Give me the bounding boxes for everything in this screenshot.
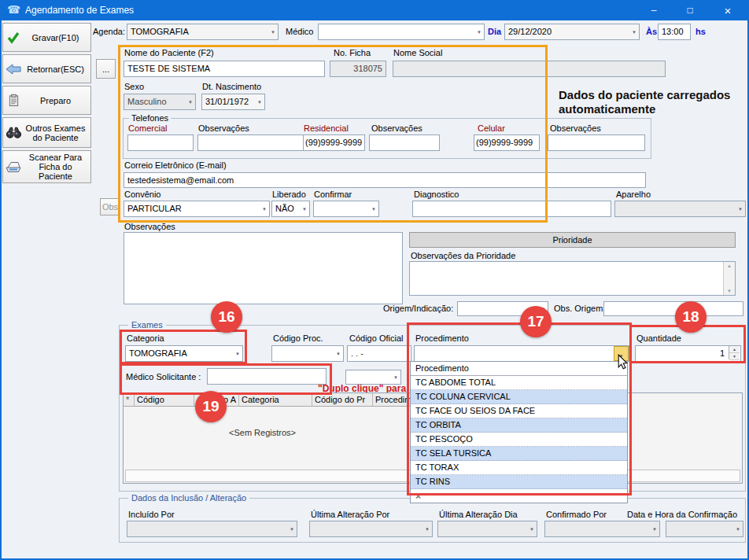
scanear-label: Scanear Para Ficha do Paciente: [24, 153, 90, 181]
sexo-combo[interactable]: Masculino▼: [124, 94, 196, 110]
dropdown-item[interactable]: TC PESCOÇO: [411, 433, 627, 447]
obs-origem-label: Obs. Origem:: [554, 304, 605, 314]
diagnostico-label: Diagnostico: [414, 190, 459, 200]
clipboard-icon: [3, 94, 24, 107]
medico-label: Médico: [286, 27, 313, 37]
email-label: Correio Eletrônico (E-mail): [124, 160, 227, 171]
quantidade-spinner[interactable]: 1: [635, 345, 741, 362]
obs1-field[interactable]: [197, 134, 308, 151]
medico-combo[interactable]: ▼: [318, 24, 485, 40]
comercial-field[interactable]: [127, 134, 194, 151]
convenio-combo[interactable]: PARTICULAR▼: [124, 201, 270, 217]
retornar-button[interactable]: Retornar(ESC): [2, 54, 91, 83]
quantidade-spin-buttons[interactable]: ▲▼: [729, 346, 740, 359]
chevron-down-icon: ▼: [336, 348, 341, 359]
confirmar-combo[interactable]: ▼: [313, 201, 379, 217]
diagnostico-field[interactable]: [412, 201, 611, 217]
email-field[interactable]: testedesistema@email.com: [124, 172, 646, 188]
residencial-field[interactable]: (99)9999-9999: [303, 134, 365, 151]
codigo-proc-combo[interactable]: ▼: [271, 345, 344, 362]
scanner-icon: [3, 161, 24, 173]
celular-field[interactable]: (99)9999-9999: [474, 134, 540, 151]
as-label: Às: [646, 27, 657, 37]
codigo-proc-label: Código Proc.: [273, 333, 323, 344]
aparelho-label: Aparelho: [616, 190, 651, 200]
chevron-down-icon: ▼: [393, 371, 398, 383]
minimize-button[interactable]: –: [636, 0, 672, 20]
close-icon: ×: [725, 4, 732, 17]
agenda-combo[interactable]: TOMOGRAFIA▼: [127, 24, 279, 40]
gravar-label: Gravar(F10): [24, 33, 90, 42]
chevron-down-icon: ▼: [271, 26, 275, 38]
codigo-oficial-field[interactable]: . . -: [347, 345, 411, 362]
scroll-down-icon: ▼: [727, 289, 732, 293]
prioridade-obs-label: Observações da Prioridade: [411, 251, 515, 261]
chevron-down-icon: ▼: [290, 523, 294, 535]
medico-solicitante-field[interactable]: [207, 368, 327, 385]
dropdown-close-icon[interactable]: ×: [415, 491, 421, 502]
obs2-label: Observações: [371, 123, 422, 134]
mouse-cursor: [618, 354, 629, 373]
chevron-down-icon: ▼: [262, 203, 267, 215]
time-field[interactable]: 13:00: [658, 24, 691, 40]
gravar-button[interactable]: Gravar(F10): [2, 23, 91, 52]
procedimento-dropdown-popup: Procedimento TC ABDOME TOTAL TC COLUNA C…: [410, 361, 628, 503]
prioridade-header[interactable]: Prioridade: [409, 232, 736, 248]
badge-18: 18: [675, 301, 707, 333]
check-icon: [3, 31, 24, 44]
confirmado-por-label: Confirmado Por: [546, 510, 607, 520]
dropdown-header: Procedimento: [411, 362, 627, 376]
data-hora-confirmacao-label: Data e Hora da Confirmação: [627, 510, 737, 520]
chevron-down-icon: ▼: [652, 523, 657, 535]
celular-label: Celular: [478, 123, 505, 134]
dropdown-item[interactable]: TC FACE OU SEIOS DA FACE: [411, 404, 627, 418]
procedimento-label: Procedimento: [415, 333, 469, 344]
obs3-field[interactable]: [548, 134, 645, 151]
obs-button[interactable]: Obs: [100, 198, 120, 216]
chevron-down-icon: ▼: [371, 203, 376, 215]
preparo-button[interactable]: Preparo: [2, 86, 91, 115]
dropdown-item[interactable]: TC COLUNA CERVICAL: [411, 390, 627, 404]
telefones-title: Telefones: [129, 113, 171, 123]
app-window: ☎ Agendamento de Exames – □ × Gravar(F10…: [0, 0, 749, 560]
prioridade-scrollbar[interactable]: ▲ ▼: [723, 262, 735, 295]
close-button[interactable]: ×: [708, 0, 747, 20]
annotation-text: Dados do paciente carregados automaticam…: [559, 88, 736, 116]
spin-down-icon: ▼: [729, 353, 740, 360]
prioridade-obs-textarea[interactable]: [409, 261, 736, 296]
dropdown-item[interactable]: TC ORBITA: [411, 418, 627, 433]
ultima-alteracao-por-label: Última Alteração Por: [311, 510, 389, 520]
grid-indicator-header[interactable]: *: [124, 393, 135, 407]
liberado-combo[interactable]: NÃO▼: [271, 201, 310, 217]
residencial-label: Residencial: [304, 123, 349, 134]
procedimento-combo[interactable]: [414, 345, 629, 362]
chevron-down-icon: ▼: [529, 523, 534, 535]
nascimento-combo[interactable]: 31/01/1972▼: [201, 94, 265, 110]
dropdown-item[interactable]: TC ABDOME TOTAL: [411, 376, 627, 390]
dropdown-item[interactable]: TC SELA TURSICA: [411, 447, 627, 461]
dropdown-item[interactable]: TC TORAX: [411, 461, 627, 475]
comercial-label: Comercial: [128, 123, 168, 134]
obs2-field[interactable]: [369, 134, 440, 151]
nome-social-field[interactable]: [393, 61, 666, 77]
confirmado-por-combo: ▼: [544, 521, 660, 537]
badge-16: 16: [211, 301, 242, 333]
dia-combo[interactable]: 29/12/2020▼: [504, 24, 640, 40]
convenio-label: Convênio: [124, 190, 160, 200]
exames-title: Exames: [128, 320, 166, 330]
outros-exames-label: Outros Exames do Paciente: [24, 123, 90, 142]
chevron-down-icon: ▼: [257, 96, 262, 108]
dropdown-item[interactable]: TC RINS: [411, 475, 627, 489]
obs-origem-field[interactable]: [603, 301, 743, 316]
grid-column-codigo[interactable]: Código: [135, 393, 194, 407]
grid-column-codigo-pro[interactable]: Código do Pr: [312, 393, 373, 407]
outros-exames-button[interactable]: Outros Exames do Paciente: [2, 117, 91, 148]
nome-paciente-field[interactable]: TESTE DE SISTEMA: [124, 61, 325, 77]
more-button[interactable]: ...: [96, 59, 116, 79]
maximize-button[interactable]: □: [672, 0, 708, 20]
categoria-combo[interactable]: TOMOGRAFIA▼: [125, 345, 243, 362]
codigo-oficial-label: Código Oficial: [349, 333, 403, 344]
grid-column-categoria[interactable]: Categoria: [239, 393, 312, 407]
observacoes-textarea[interactable]: [124, 232, 403, 304]
scanear-button[interactable]: Scanear Para Ficha do Paciente: [2, 150, 91, 183]
